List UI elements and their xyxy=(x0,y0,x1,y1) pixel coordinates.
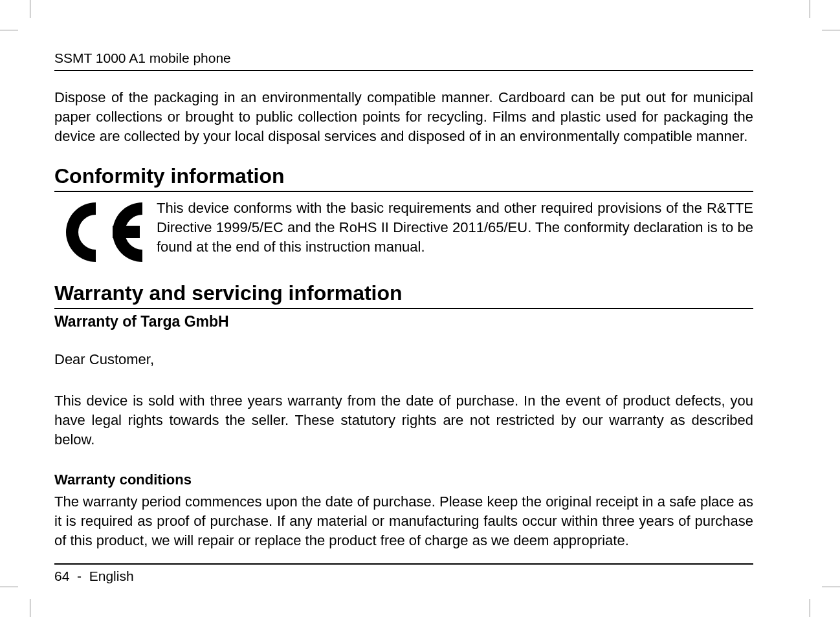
warranty-intro-paragraph: This device is sold with three years war… xyxy=(54,391,753,449)
crop-mark xyxy=(30,0,30,18)
page-content: SSMT 1000 A1 mobile phone Dispose of the… xyxy=(54,50,753,567)
footer-language: English xyxy=(89,568,134,583)
crop-mark xyxy=(822,587,840,587)
crop-mark xyxy=(0,30,18,30)
heading-warranty: Warranty and servicing information xyxy=(54,281,753,309)
disposal-paragraph: Dispose of the packaging in an environme… xyxy=(54,88,753,146)
page-footer: 64 - English xyxy=(54,565,753,584)
svg-rect-0 xyxy=(113,226,140,238)
salutation: Dear Customer, xyxy=(54,350,753,369)
subheading-warranty-targa: Warranty of Targa GmbH xyxy=(54,313,753,330)
crop-mark xyxy=(810,599,810,617)
ce-mark-icon xyxy=(54,199,145,266)
heading-conformity: Conformity information xyxy=(54,164,753,192)
crop-mark xyxy=(0,587,18,587)
heading-warranty-conditions: Warranty conditions xyxy=(54,471,753,488)
crop-mark xyxy=(30,599,30,617)
page-number: 64 xyxy=(54,568,69,583)
crop-mark xyxy=(822,30,840,30)
warranty-conditions-paragraph: The warranty period commences upon the d… xyxy=(54,492,753,550)
crop-mark xyxy=(810,0,810,18)
footer-separator: - xyxy=(77,568,82,583)
running-header: SSMT 1000 A1 mobile phone xyxy=(54,50,753,71)
conformity-text: This device conforms with the basic requ… xyxy=(157,199,753,257)
conformity-block: This device conforms with the basic requ… xyxy=(54,199,753,266)
